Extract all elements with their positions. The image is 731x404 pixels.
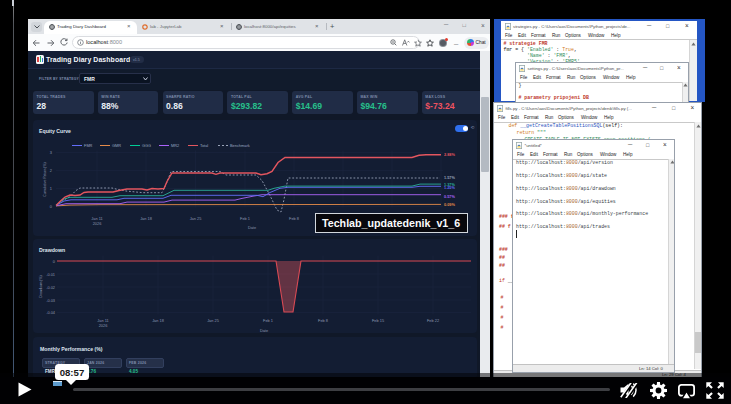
svg-text:0.09%: 0.09% xyxy=(444,203,455,207)
svg-text:0.57%: 0.57% xyxy=(444,195,455,199)
svg-text:Date: Date xyxy=(248,225,256,230)
svg-text:3: 3 xyxy=(50,150,52,155)
svg-text:Feb 15: Feb 15 xyxy=(372,318,384,323)
svg-text:Jan 18: Jan 18 xyxy=(152,318,164,323)
svg-text:Jan 25: Jan 25 xyxy=(190,216,202,221)
svg-text:-0.01: -0.01 xyxy=(46,272,55,277)
svg-text:1: 1 xyxy=(50,186,52,191)
svg-text:Date: Date xyxy=(260,328,268,333)
svg-text:-0.03: -0.03 xyxy=(46,298,55,303)
svg-text:Cumulative Return (%): Cumulative Return (%) xyxy=(43,163,47,197)
svg-text:Feb 1: Feb 1 xyxy=(263,318,273,323)
svg-text:Feb 1: Feb 1 xyxy=(240,216,250,221)
svg-text:1.25%: 1.25% xyxy=(444,186,455,190)
svg-text:0: 0 xyxy=(50,204,53,209)
svg-text:2: 2 xyxy=(50,168,52,173)
svg-text:0: 0 xyxy=(53,259,56,264)
svg-text:-0.02: -0.02 xyxy=(46,285,55,290)
svg-text:2026: 2026 xyxy=(99,323,108,328)
svg-text:Jan 25: Jan 25 xyxy=(207,318,219,323)
svg-text:-0.04: -0.04 xyxy=(46,310,56,315)
svg-text:Feb 22: Feb 22 xyxy=(427,318,439,323)
svg-text:2026: 2026 xyxy=(93,221,102,226)
svg-text:Jan 18: Jan 18 xyxy=(140,216,152,221)
svg-text:Drawdown (%): Drawdown (%) xyxy=(39,276,43,298)
svg-text:Feb 8: Feb 8 xyxy=(289,216,299,221)
svg-text:2.88%: 2.88% xyxy=(444,154,455,158)
svg-text:1.57%: 1.57% xyxy=(444,177,455,181)
svg-text:Feb 8: Feb 8 xyxy=(318,318,328,323)
